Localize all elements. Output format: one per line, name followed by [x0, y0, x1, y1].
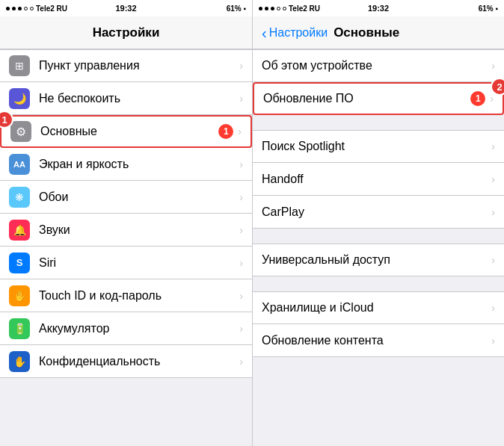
right-spacer-1: [253, 115, 504, 130]
left-time: 19:32: [115, 4, 136, 13]
settings-row-battery[interactable]: 🔋 Аккумулятор ›: [0, 312, 252, 345]
do-not-disturb-chevron: ›: [239, 93, 243, 105]
signal-dot-5: [30, 7, 34, 10]
general-badge: 1: [218, 124, 233, 139]
battery-settings-icon: 🔋: [9, 318, 30, 339]
right-group-2: Поиск Spotlight › Handoff › CarPlay ›: [253, 130, 504, 229]
battery-icon: 61% ▪: [227, 4, 246, 13]
settings-group-1: ⊞ Пункт управления › 🌙 Не беспокоить › 1…: [0, 49, 252, 378]
left-nav-header: Настройки: [0, 16, 252, 49]
right-nav-sub-header: ‹ Настройки Основные: [253, 16, 504, 49]
software-update-chevron: ›: [490, 93, 494, 105]
general-chevron: ›: [238, 126, 242, 137]
battery-chevron: ›: [239, 323, 243, 335]
display-chevron: ›: [239, 158, 243, 170]
sounds-label: Звуки: [39, 223, 239, 237]
r-signal-1: [259, 7, 262, 10]
general-label: Основные: [40, 125, 218, 138]
right-group-4: Хранилище и iCloud › Обновление контента…: [253, 291, 504, 357]
right-nav-title: Основные: [334, 25, 399, 40]
r-signal-3: [271, 7, 274, 10]
right-row-content-update[interactable]: Обновление контента ›: [253, 324, 504, 357]
right-row-accessibility[interactable]: Универсальный доступ ›: [253, 244, 504, 276]
r-signal-2: [265, 7, 268, 10]
content-update-label: Обновление контента: [262, 334, 491, 347]
r-signal-5: [283, 7, 286, 10]
back-button[interactable]: ‹ Настройки: [262, 25, 328, 40]
siri-icon: S: [9, 253, 30, 273]
circle-label-2: 2: [491, 78, 504, 96]
right-row-icloud[interactable]: Хранилище и iCloud ›: [253, 291, 504, 324]
accessibility-label: Универсальный доступ: [262, 253, 491, 267]
signal-dot-1: [6, 7, 10, 10]
settings-row-do-not-disturb[interactable]: 🌙 Не беспокоить ›: [0, 82, 252, 115]
icloud-chevron: ›: [491, 302, 495, 314]
do-not-disturb-icon: 🌙: [9, 88, 30, 109]
settings-row-control-center[interactable]: ⊞ Пункт управления ›: [0, 49, 252, 82]
right-carrier: Tele2 RU: [259, 4, 320, 13]
icloud-label: Хранилище и iCloud: [262, 301, 491, 315]
privacy-icon: ✋: [9, 351, 30, 372]
spotlight-chevron: ›: [491, 140, 495, 152]
touch-id-chevron: ›: [239, 290, 243, 302]
left-phone: Tele2 RU 19:32 61% ▪ Настройки ⊞ Пункт у…: [0, 0, 252, 446]
back-label: Настройки: [269, 26, 328, 40]
back-chevron-icon: ‹: [262, 25, 267, 40]
right-row-software-update[interactable]: 2 Обновление ПО 1 ›: [253, 82, 504, 115]
right-spacer-3: [253, 276, 504, 291]
sounds-chevron: ›: [239, 224, 243, 236]
signal-dot-2: [12, 7, 16, 10]
wallpaper-label: Обои: [39, 191, 239, 204]
left-settings-list: ⊞ Пункт управления › 🌙 Не беспокоить › 1…: [0, 49, 252, 446]
privacy-label: Конфиденциальность: [39, 355, 239, 368]
right-row-about[interactable]: Об этом устройстве ›: [253, 49, 504, 82]
software-update-label: Обновление ПО: [263, 92, 470, 105]
wallpaper-icon: ❋: [9, 187, 30, 208]
content-update-chevron: ›: [491, 335, 495, 347]
battery-label: Аккумулятор: [39, 322, 239, 335]
accessibility-chevron: ›: [491, 254, 495, 266]
right-spacer-2: [253, 229, 504, 244]
privacy-chevron: ›: [239, 356, 243, 368]
left-carrier: Tele2 RU: [6, 4, 67, 13]
right-phone: Tele2 RU 19:32 61% ▪ ‹ Настройки Основны…: [252, 0, 504, 446]
left-status-icons: 61% ▪: [227, 4, 246, 13]
signal-dot-3: [18, 7, 22, 10]
control-center-label: Пункт управления: [39, 59, 239, 72]
settings-row-sounds[interactable]: 🔔 Звуки ›: [0, 214, 252, 247]
right-settings-list: Об этом устройстве › 2 Обновление ПО 1 ›…: [253, 49, 504, 446]
right-row-carplay[interactable]: CarPlay ›: [253, 196, 504, 229]
settings-row-display[interactable]: AA Экран и яркость ›: [0, 148, 252, 181]
right-status-bar: Tele2 RU 19:32 61% ▪: [253, 0, 504, 16]
settings-row-general[interactable]: 1 ⚙ Основные 1 ›: [0, 115, 252, 148]
about-chevron: ›: [491, 60, 495, 72]
r-signal-4: [277, 7, 280, 10]
right-row-spotlight[interactable]: Поиск Spotlight ›: [253, 130, 504, 163]
carplay-label: CarPlay: [262, 205, 491, 219]
right-carrier-name: Tele2 RU: [289, 4, 320, 13]
siri-chevron: ›: [239, 257, 243, 269]
right-group-3: Универсальный доступ ›: [253, 244, 504, 276]
siri-label: Siri: [39, 256, 239, 270]
general-icon: ⚙: [10, 121, 31, 142]
carplay-chevron: ›: [491, 206, 495, 218]
settings-row-touch-id[interactable]: ✋ Touch ID и код-пароль ›: [0, 279, 252, 312]
right-time: 19:32: [368, 4, 389, 13]
about-label: Об этом устройстве: [262, 59, 491, 72]
settings-row-wallpaper[interactable]: ❋ Обои ›: [0, 181, 252, 214]
settings-row-siri[interactable]: S Siri ›: [0, 247, 252, 279]
left-status-bar: Tele2 RU 19:32 61% ▪: [0, 0, 252, 16]
settings-row-privacy[interactable]: ✋ Конфиденциальность ›: [0, 345, 252, 378]
spotlight-label: Поиск Spotlight: [262, 140, 491, 153]
control-center-chevron: ›: [239, 60, 243, 72]
touch-id-label: Touch ID и код-пароль: [39, 289, 239, 303]
signal-dot-4: [24, 7, 28, 10]
left-nav-title: Настройки: [93, 25, 160, 40]
right-row-handoff[interactable]: Handoff ›: [253, 163, 504, 196]
display-icon: AA: [9, 154, 30, 175]
control-center-icon: ⊞: [9, 55, 30, 76]
carrier-name: Tele2 RU: [36, 4, 67, 13]
touch-id-icon: ✋: [9, 285, 30, 306]
wallpaper-chevron: ›: [239, 191, 243, 203]
sounds-icon: 🔔: [9, 220, 30, 241]
